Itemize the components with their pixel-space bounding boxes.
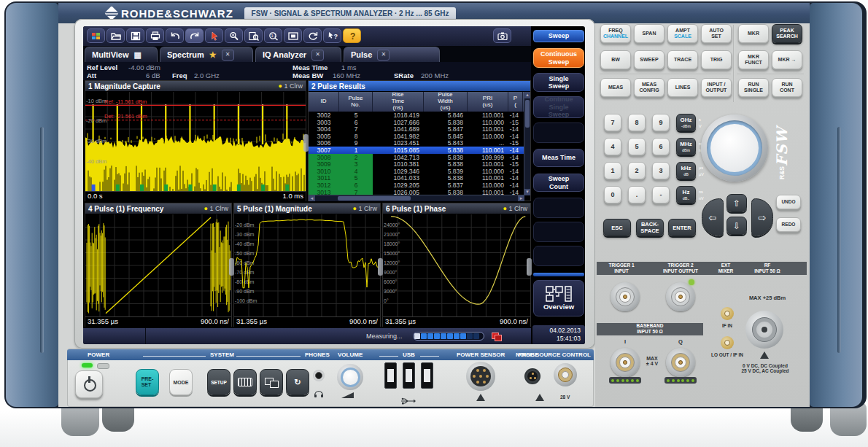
- key-trig[interactable]: TRIG: [701, 50, 732, 69]
- key-4[interactable]: 4: [604, 138, 621, 155]
- preset-button[interactable]: PRE-SET: [136, 369, 159, 395]
- toolbar-icon-zoom-doc[interactable]: [244, 28, 263, 43]
- column-header[interactable]: P(: [508, 92, 523, 112]
- key-6[interactable]: 6: [652, 138, 670, 155]
- scroll-up-arrow[interactable]: ▲: [524, 92, 530, 98]
- toolbar-icon-refresh[interactable]: [303, 28, 322, 43]
- key-0[interactable]: 0: [604, 186, 621, 203]
- window-splitter[interactable]: [527, 258, 532, 276]
- pulse-frequency-plot[interactable]: [85, 214, 231, 316]
- key-input-output[interactable]: INPUT /OUTPUT: [701, 78, 732, 97]
- tab-close-icon[interactable]: ✕: [222, 50, 234, 61]
- scroll-thumb[interactable]: [525, 100, 530, 128]
- support-button[interactable]: ↻: [286, 369, 309, 395]
- key-lines[interactable]: LINES: [667, 78, 698, 97]
- power-button[interactable]: [75, 370, 103, 398]
- toolbar-icon-save[interactable]: [126, 28, 144, 43]
- table-row[interactable]: 301151041.0335.838110.001-14: [309, 174, 524, 182]
- setup-button[interactable]: SETUP: [207, 369, 230, 395]
- toolbar-icon-zoom-select[interactable]: [225, 28, 243, 43]
- toolbar-icon-windows[interactable]: [87, 28, 105, 43]
- softkey-empty-8[interactable]: [533, 246, 584, 266]
- table-hscrollbar[interactable]: ◄►: [309, 195, 524, 201]
- key-mkr-funct[interactable]: MKRFUNCT: [738, 50, 769, 69]
- key-mhz[interactable]: MHzdBm: [676, 138, 696, 155]
- scroll-left-arrow[interactable]: ◄: [309, 195, 315, 201]
- key-2[interactable]: 2: [628, 162, 646, 179]
- key-mkr[interactable]: MKR: [738, 24, 769, 43]
- key-meas[interactable]: MEAS: [600, 78, 631, 97]
- window-splitter[interactable]: [229, 258, 234, 276]
- scroll-right-arrow[interactable]: ►: [518, 195, 524, 201]
- key-bw[interactable]: BW: [600, 50, 631, 69]
- mode-button[interactable]: MODE: [169, 369, 193, 395]
- table-row[interactable]: 300691023.4515.843...-15: [309, 139, 524, 147]
- key-ghz[interactable]: GHz-dBm: [676, 114, 696, 131]
- tab-close-icon[interactable]: ✕: [311, 50, 324, 61]
- key-run-cont[interactable]: RUNCONT: [772, 78, 802, 97]
- softkey-sweep-count[interactable]: Sweep Count: [533, 174, 584, 192]
- tab-close-icon[interactable]: ✕: [377, 50, 390, 61]
- tab-spectrum[interactable]: Spectrum★✕: [160, 47, 253, 62]
- key-peak-search[interactable]: PEAKSEARCH: [772, 24, 802, 43]
- table-row[interactable]: 301041029.3465.839110.000-14: [309, 168, 524, 175]
- key-undo[interactable]: UNDO: [776, 195, 801, 209]
- toolbar-icon-cursor[interactable]: [205, 28, 223, 43]
- toolbar-icon-cursor-help[interactable]: ?: [323, 28, 341, 43]
- usb-port-1[interactable]: [384, 362, 397, 389]
- key-3[interactable]: 3: [652, 162, 670, 179]
- table-row[interactable]: 301261029.2055.837110.000-14: [309, 182, 524, 189]
- key-1[interactable]: 1: [604, 162, 621, 179]
- window-splitter[interactable]: [378, 258, 383, 276]
- key-auto-set[interactable]: AUTOSET: [701, 24, 732, 43]
- key-ampt[interactable]: AMPTSCALE: [667, 24, 698, 43]
- table-row[interactable]: 300821042.7135.838109.999-14: [309, 154, 524, 161]
- arrow-up-key[interactable]: ⇧: [726, 194, 747, 212]
- toolbar-icon-print[interactable]: [146, 28, 164, 43]
- pulse-magnitude-plot[interactable]: -20 dBm-30 dBm-40 dBm-50 dBm-60 dBm-70 d…: [234, 214, 380, 316]
- column-header[interactable]: PulseWidth(us): [424, 92, 468, 112]
- rotary-knob[interactable]: [710, 124, 759, 172]
- tab-iq-analyzer[interactable]: IQ Analyzer✕: [255, 47, 341, 62]
- table-row[interactable]: 300931010.3815.838110.001-15: [309, 160, 524, 168]
- softkey-empty-6[interactable]: [533, 198, 584, 218]
- toolbar-icon-camera[interactable]: [493, 28, 511, 43]
- usb-port-3[interactable]: [421, 362, 433, 389]
- key--[interactable]: -: [652, 186, 670, 203]
- toolbar-icon-undo[interactable]: [166, 28, 184, 43]
- key-7[interactable]: 7: [604, 114, 621, 131]
- scroll-down-arrow[interactable]: ▼: [524, 189, 530, 195]
- key-trace[interactable]: TRACE: [667, 50, 698, 69]
- softkey-empty-3[interactable]: [533, 123, 584, 143]
- column-header[interactable]: PulseNo.: [339, 92, 373, 112]
- table-vscrollbar[interactable]: ▲▼: [524, 92, 530, 195]
- key-5[interactable]: 5: [628, 138, 646, 155]
- key-back--space[interactable]: BACK-SPACE: [636, 219, 664, 236]
- magnitude-capture-plot[interactable]: Ref: -11.561 dBmDet: -21.561 dBm-10 dBm-…: [85, 92, 306, 191]
- pulse-phase-plot[interactable]: 24000°21000°18000°15000°12000°9000°6000°…: [383, 214, 530, 316]
- key-khz[interactable]: kHzdB: [676, 162, 696, 179]
- key-esc[interactable]: ESC: [603, 219, 631, 236]
- toolbar-icon-help[interactable]: ?: [343, 28, 361, 43]
- table-row[interactable]: 300251018.4195.846110.001-14: [309, 112, 524, 119]
- table-row[interactable]: 300361027.6665.838110.000-15: [309, 119, 524, 126]
- window-splitter[interactable]: [303, 134, 309, 152]
- key-span[interactable]: SPAN: [634, 24, 664, 43]
- key-freq[interactable]: FREQCHANNEL: [600, 24, 631, 43]
- arrow-down-key[interactable]: ⇩: [726, 217, 747, 235]
- column-header[interactable]: RiseTime(ns): [373, 92, 424, 112]
- keyboard-button[interactable]: [233, 369, 257, 395]
- table-row[interactable]: 300581041.9825.845110.000-14: [309, 133, 524, 140]
- toolbar-icon-zoom-1-1[interactable]: 1:1: [264, 28, 282, 43]
- usb-port-2[interactable]: [403, 362, 415, 389]
- key-redo[interactable]: REDO: [776, 217, 801, 232]
- table-row[interactable]: 300471041.6895.847110.001-14: [309, 125, 524, 133]
- softkey-empty-7[interactable]: [533, 222, 584, 242]
- softkey-single-sweep[interactable]: Single Sweep: [533, 73, 584, 92]
- toolbar-icon-fit-screen[interactable]: [284, 28, 302, 43]
- column-header[interactable]: ID: [309, 92, 339, 112]
- arrow-left-key[interactable]: ⇦: [702, 198, 724, 236]
- softkey-continue-single-sweep[interactable]: Continue Single Sweep: [533, 96, 584, 118]
- key-mkr[interactable]: MKR →: [772, 50, 802, 69]
- key-sweep[interactable]: SWEEP: [634, 50, 664, 69]
